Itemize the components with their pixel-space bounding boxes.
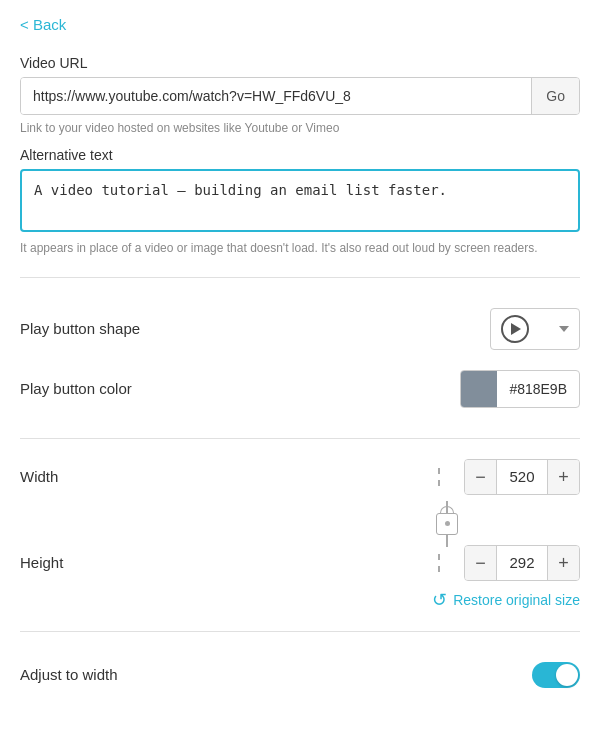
height-increase-button[interactable]: +: [547, 546, 579, 580]
width-value-input[interactable]: [497, 462, 547, 491]
width-stepper: − +: [464, 459, 580, 495]
alt-text-hint: It appears in place of a video or image …: [20, 240, 580, 257]
video-url-input[interactable]: [21, 78, 531, 114]
height-value-input[interactable]: [497, 548, 547, 577]
play-color-control[interactable]: #818E9B: [460, 370, 580, 408]
chevron-down-icon: [559, 326, 569, 332]
width-label: Width: [20, 468, 100, 485]
play-triangle-icon: [511, 323, 521, 335]
video-url-input-row: Go: [20, 77, 580, 115]
width-increase-button[interactable]: +: [547, 460, 579, 494]
height-stepper: − +: [464, 545, 580, 581]
toggle-knob: [556, 664, 578, 686]
divider-1: [20, 277, 580, 278]
go-button[interactable]: Go: [531, 78, 579, 114]
video-url-section: Video URL Go Link to your video hosted o…: [20, 55, 580, 137]
alt-text-label: Alternative text: [20, 147, 580, 163]
video-url-hint: Link to your video hosted on websites li…: [20, 120, 580, 137]
alt-text-section: Alternative text A video tutorial – buil…: [20, 147, 580, 257]
height-label: Height: [20, 554, 100, 571]
dimensions-section: Width − +: [20, 459, 580, 611]
width-decrease-button[interactable]: −: [465, 460, 497, 494]
play-shape-control[interactable]: [490, 308, 580, 350]
adjust-width-row: Adjust to width: [20, 652, 580, 698]
adjust-width-label: Adjust to width: [20, 666, 118, 683]
back-button[interactable]: < Back: [20, 16, 66, 33]
divider-3: [20, 631, 580, 632]
video-url-label: Video URL: [20, 55, 580, 71]
color-hex-value: #818E9B: [497, 373, 579, 405]
restore-row: ↺ Restore original size: [20, 589, 580, 611]
restore-icon: ↺: [432, 589, 447, 611]
play-color-row: Play button color #818E9B: [20, 360, 580, 418]
restore-link[interactable]: Restore original size: [453, 592, 580, 608]
alt-text-input[interactable]: A video tutorial – building an email lis…: [20, 169, 580, 232]
height-decrease-button[interactable]: −: [465, 546, 497, 580]
play-circle-icon: [501, 315, 529, 343]
height-row: Height − +: [20, 545, 580, 581]
width-row: Width − +: [20, 459, 580, 495]
play-shape-label: Play button shape: [20, 320, 140, 337]
play-color-label: Play button color: [20, 380, 132, 397]
adjust-width-toggle[interactable]: [532, 662, 580, 688]
play-shape-row: Play button shape: [20, 298, 580, 360]
color-swatch: [461, 371, 497, 407]
divider-2: [20, 438, 580, 439]
